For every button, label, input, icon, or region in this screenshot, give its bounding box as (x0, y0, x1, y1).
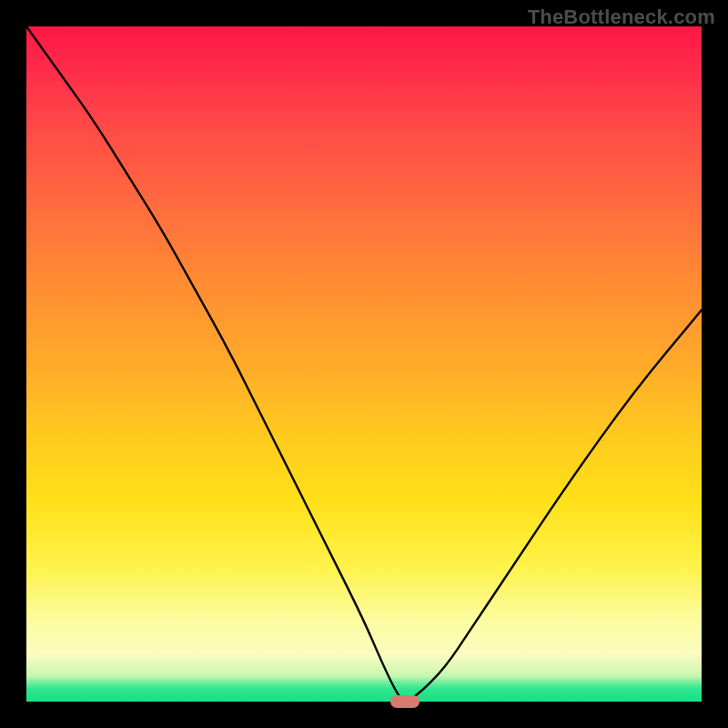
optimal-point-marker (390, 695, 420, 708)
plot-area (26, 26, 702, 702)
bottleneck-curve (26, 26, 702, 702)
watermark-text: TheBottleneck.com (528, 5, 715, 29)
chart-frame: TheBottleneck.com (0, 0, 728, 728)
